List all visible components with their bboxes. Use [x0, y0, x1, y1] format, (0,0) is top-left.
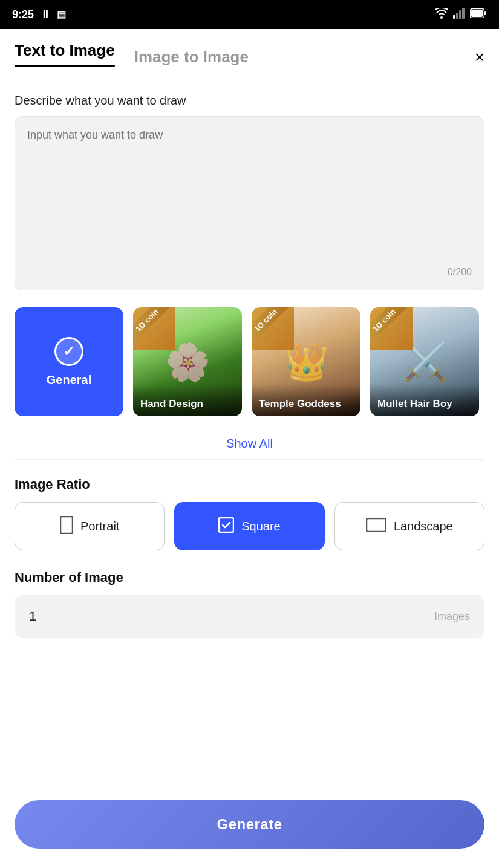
- battery-icon: [470, 8, 487, 21]
- card-bg-hand-design: 🌸 1D coin Hand Design: [133, 307, 242, 416]
- card-bg-mullet-hair: ⚔️ 1D coin Mullet Hair Boy: [370, 307, 479, 416]
- main-content: Describe what you want to draw 0/200 ✓ G…: [0, 74, 499, 722]
- ratio-label: Image Ratio: [15, 477, 484, 492]
- coin-badge-hand: 1D coin: [133, 307, 175, 350]
- num-section: Number of Image 1 Images: [15, 570, 484, 638]
- status-bar: 9:25 ⏸ ▤: [0, 0, 499, 29]
- svg-rect-1: [453, 15, 455, 19]
- square-icon: [218, 517, 234, 536]
- portrait-icon: [60, 516, 73, 537]
- landscape-icon: [366, 518, 386, 535]
- num-value: 1: [29, 609, 36, 624]
- coin-badge-temple: 1D coin: [252, 307, 294, 350]
- bottom-spacer: [15, 638, 484, 722]
- status-icon-podcast: ⏸: [40, 8, 51, 21]
- char-count: 0/200: [27, 267, 472, 278]
- svg-rect-4: [462, 8, 465, 19]
- text-input-area[interactable]: 0/200: [15, 116, 484, 290]
- svg-rect-9: [219, 518, 233, 532]
- card-bg-temple-goddess: 👑 1D coin Temple Goddess: [252, 307, 360, 416]
- describe-label: Describe what you want to draw: [15, 94, 484, 108]
- style-card-label-general: General: [47, 373, 91, 387]
- ratio-portrait-label: Portrait: [80, 520, 119, 534]
- style-card-general[interactable]: ✓ General: [15, 307, 123, 416]
- svg-line-0: [446, 8, 448, 10]
- svg-rect-10: [367, 518, 386, 532]
- svg-rect-8: [60, 517, 73, 534]
- style-scroll: ✓ General 🌸 1D coin Hand Design 👑 1D coi…: [15, 307, 484, 416]
- ratio-landscape-button[interactable]: Landscape: [334, 502, 484, 550]
- status-time: 9:25: [12, 8, 34, 21]
- close-button[interactable]: ×: [475, 49, 484, 66]
- checkmark-icon: ✓: [63, 343, 75, 360]
- ratio-square-label: Square: [241, 520, 281, 534]
- ratio-square-button[interactable]: Square: [174, 502, 324, 550]
- tab-text-to-image[interactable]: Text to Image: [15, 41, 115, 74]
- ratio-buttons: Portrait Square Landscape: [15, 502, 484, 550]
- ratio-portrait-button[interactable]: Portrait: [15, 502, 165, 550]
- status-icon-sd: ▤: [57, 9, 66, 21]
- tab-underline: [15, 65, 115, 67]
- svg-rect-6: [471, 10, 483, 17]
- show-all-button[interactable]: Show All: [226, 437, 273, 451]
- wifi-icon: [435, 8, 448, 22]
- num-unit: Images: [434, 610, 470, 623]
- style-card-mullet-hair[interactable]: ⚔️ 1D coin Mullet Hair Boy: [370, 307, 479, 416]
- ratio-landscape-label: Landscape: [394, 520, 453, 534]
- tab-bar: Text to Image Image to Image: [15, 41, 249, 74]
- style-card-temple-goddess[interactable]: 👑 1D coin Temple Goddess: [252, 307, 360, 416]
- check-circle: ✓: [54, 337, 83, 366]
- show-all-row: Show All: [15, 428, 484, 460]
- prompt-textarea[interactable]: [27, 129, 472, 262]
- coin-badge-mullet: 1D coin: [370, 307, 413, 350]
- svg-rect-7: [484, 11, 486, 15]
- num-label: Number of Image: [15, 570, 484, 586]
- style-card-hand-design[interactable]: 🌸 1D coin Hand Design: [133, 307, 242, 416]
- svg-rect-2: [456, 13, 458, 19]
- generate-button[interactable]: Generate: [15, 800, 484, 849]
- signal-icon: [453, 8, 465, 22]
- svg-rect-3: [459, 10, 461, 19]
- ratio-section: Image Ratio Portrait Square: [15, 477, 484, 550]
- card-label-mullet-hair: Mullet Hair Boy: [370, 383, 479, 416]
- tab-image-to-image[interactable]: Image to Image: [134, 48, 249, 74]
- card-label-temple-goddess: Temple Goddess: [252, 383, 360, 416]
- card-label-hand-design: Hand Design: [133, 383, 242, 416]
- generate-section: Generate: [0, 788, 499, 868]
- num-input-row[interactable]: 1 Images: [15, 595, 484, 638]
- header: Text to Image Image to Image ×: [0, 29, 499, 74]
